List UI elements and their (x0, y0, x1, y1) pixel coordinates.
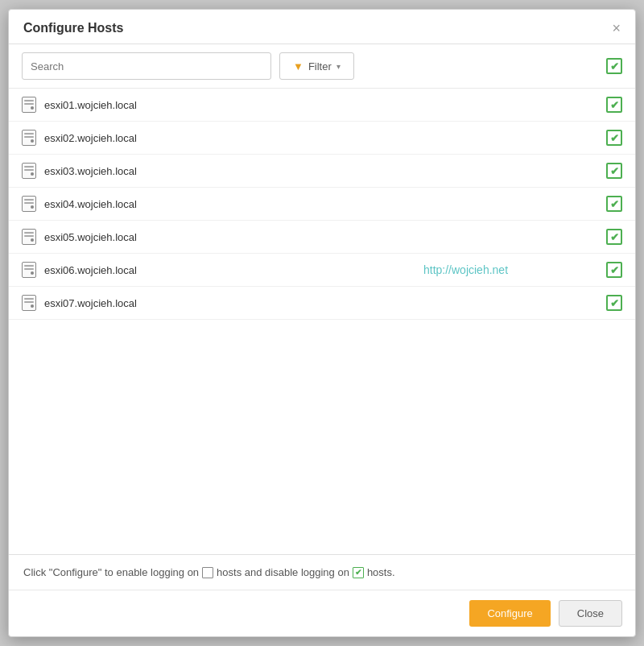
close-button[interactable]: Close (559, 600, 622, 627)
dialog-footer: Configure Close (9, 590, 635, 636)
server-icon (22, 196, 36, 212)
chevron-down-icon: ▾ (336, 62, 341, 71)
filter-label: Filter (308, 60, 332, 72)
select-all-check-icon[interactable]: ✔ (606, 58, 622, 74)
host-checkbox[interactable]: ✔ (606, 295, 622, 311)
server-icon (22, 295, 36, 311)
host-checkbox[interactable]: ✔ (606, 97, 622, 113)
server-icon (22, 229, 36, 245)
footer-empty-checkbox (202, 567, 213, 578)
server-icon (22, 130, 36, 146)
footer-note: Click "Configure" to enable logging on h… (23, 566, 621, 578)
footer-text-before-checked: hosts and disable logging on (217, 566, 349, 578)
host-checkbox[interactable]: ✔ (606, 229, 622, 245)
host-name: esxi07.wojcieh.local (44, 297, 606, 309)
host-name: esxi06.wojcieh.local (44, 264, 325, 276)
filter-button[interactable]: ▼ Filter ▾ (279, 52, 354, 80)
footer-bar: Click "Configure" to enable logging on h… (9, 554, 635, 590)
host-name: esxi01.wojcieh.local (44, 99, 606, 111)
filter-icon: ▼ (293, 60, 303, 72)
table-row: esxi01.wojcieh.local✔ (9, 89, 635, 122)
server-icon (22, 262, 36, 278)
server-icon (22, 163, 36, 179)
footer-text-after: hosts. (367, 566, 395, 578)
table-row: esxi07.wojcieh.local✔ (9, 287, 635, 320)
host-name: esxi02.wojcieh.local (44, 132, 606, 144)
configure-button[interactable]: Configure (469, 600, 550, 627)
host-name: esxi05.wojcieh.local (44, 231, 606, 243)
server-icon (22, 97, 36, 113)
host-checkbox[interactable]: ✔ (606, 196, 622, 212)
host-checkbox[interactable]: ✔ (606, 130, 622, 146)
host-checkbox[interactable]: ✔ (606, 163, 622, 179)
footer-checked-checkbox: ✔ (353, 567, 364, 578)
table-row: esxi04.wojcieh.local✔ (9, 188, 635, 221)
host-name: esxi04.wojcieh.local (44, 198, 606, 210)
select-all-checkbox[interactable]: ✔ (606, 58, 622, 74)
table-row: esxi06.wojcieh.localhttp://wojcieh.net✔ (9, 254, 635, 287)
host-list: esxi01.wojcieh.local✔ esxi02.wojcieh.loc… (9, 89, 635, 554)
table-row: esxi02.wojcieh.local✔ (9, 122, 635, 155)
footer-text-before-empty: Click "Configure" to enable logging on (23, 566, 199, 578)
host-checkbox[interactable]: ✔ (606, 262, 622, 278)
configure-hosts-dialog: Configure Hosts × ▼ Filter ▾ ✔ esxi01.wo… (8, 9, 636, 637)
table-row: esxi05.wojcieh.local✔ (9, 221, 635, 254)
toolbar: ▼ Filter ▾ ✔ (9, 44, 635, 89)
table-row: esxi03.wojcieh.local✔ (9, 155, 635, 188)
dialog-title: Configure Hosts (23, 21, 123, 35)
host-name: esxi03.wojcieh.local (44, 165, 606, 177)
close-icon[interactable]: × (612, 21, 621, 35)
watermark-text: http://wojcieh.net (325, 263, 606, 276)
search-input[interactable] (22, 52, 271, 80)
dialog-header: Configure Hosts × (9, 10, 635, 44)
